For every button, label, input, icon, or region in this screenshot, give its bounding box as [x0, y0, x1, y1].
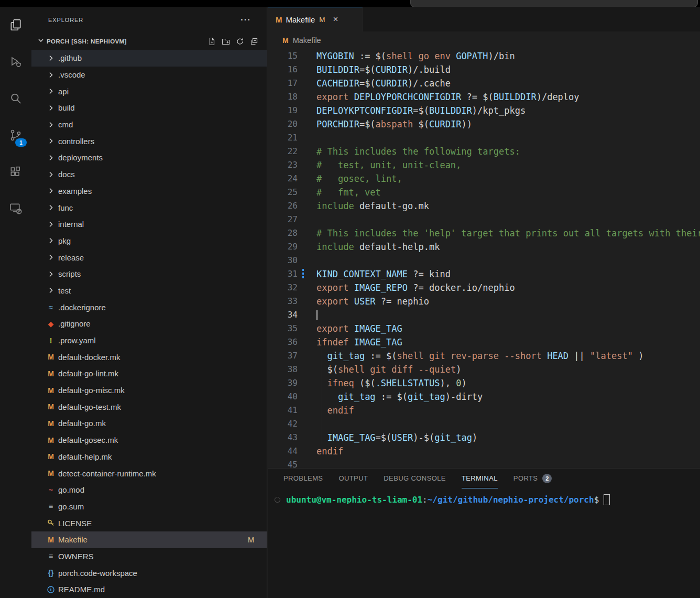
line-number[interactable]: 26: [268, 199, 316, 213]
code-line[interactable]: 39 ifneq ($(.SHELLSTATUS), 0): [268, 376, 700, 390]
code-line[interactable]: 15MYGOBIN := $(shell go env GOPATH)/bin: [268, 49, 700, 63]
line-number[interactable]: 16: [268, 63, 316, 77]
code-line[interactable]: 31KIND_CONTEXT_NAME ?= kind: [268, 267, 700, 281]
code-line[interactable]: 26include default-go.mk: [268, 199, 700, 213]
code-line[interactable]: 38 $(shell git diff --quiet): [268, 363, 700, 376]
tree-item[interactable]: Mdefault-docker.mk: [31, 349, 267, 365]
line-number[interactable]: 30: [268, 254, 316, 267]
tree-item[interactable]: ◆.gitignore: [31, 316, 267, 332]
tree-item[interactable]: README.md: [31, 581, 267, 598]
tree-item[interactable]: Mdefault-go-lint.mk: [31, 365, 267, 382]
tree-item[interactable]: release: [31, 249, 267, 266]
code-line[interactable]: 20PORCHDIR=$(abspath $(CURDIR)): [268, 117, 700, 131]
line-number[interactable]: 35: [268, 322, 316, 335]
line-number[interactable]: 37: [268, 349, 316, 363]
line-number[interactable]: 33: [268, 295, 316, 308]
tree-item[interactable]: .github: [31, 50, 267, 67]
line-number[interactable]: 20: [268, 117, 316, 131]
search-icon[interactable]: [0, 80, 31, 117]
tree-item[interactable]: MMakefileM: [31, 531, 267, 548]
tree-section-header[interactable]: PORCH [SSH: NEPHIOVM]: [31, 33, 267, 50]
tree-item[interactable]: cmd: [31, 116, 267, 133]
line-number[interactable]: 34: [268, 308, 316, 322]
refresh-icon[interactable]: [236, 37, 244, 46]
panel-tab-output[interactable]: OUTPUT: [338, 469, 368, 488]
code-line[interactable]: 19DEPLOYKPTCONFIGDIR=$(BUILDDIR)/kpt_pkg…: [268, 104, 700, 117]
code-line[interactable]: 42: [268, 417, 700, 431]
code-line[interactable]: 44endif: [268, 444, 700, 458]
code-line[interactable]: 29include default-help.mk: [268, 240, 700, 254]
line-number[interactable]: 18: [268, 90, 316, 104]
tree-item[interactable]: test: [31, 282, 267, 299]
tree-item[interactable]: api: [31, 83, 267, 100]
line-number[interactable]: 39: [268, 376, 316, 390]
tree-item[interactable]: deployments: [31, 149, 267, 166]
tree-item[interactable]: {}porch.code-workspace: [31, 564, 267, 581]
panel-tab-terminal[interactable]: TERMINAL: [462, 469, 498, 488]
tree-item[interactable]: func: [31, 199, 267, 216]
tree-item[interactable]: internal: [31, 216, 267, 233]
line-number[interactable]: 25: [268, 186, 316, 199]
new-folder-icon[interactable]: [222, 37, 230, 46]
line-number[interactable]: 42: [268, 417, 316, 431]
code-area[interactable]: 15MYGOBIN := $(shell go env GOPATH)/bin1…: [268, 49, 700, 468]
breadcrumb[interactable]: M Makefile: [268, 31, 700, 49]
code-line[interactable]: 17CACHEDIR=$(CURDIR)/.cache: [268, 77, 700, 90]
code-line[interactable]: 32export IMAGE_REPO ?= docker.io/nephio: [268, 281, 700, 295]
line-number[interactable]: 31: [268, 267, 316, 281]
code-line[interactable]: 28# This includes the 'help' target that…: [268, 226, 700, 240]
line-number[interactable]: 17: [268, 77, 316, 90]
code-line[interactable]: 22# This includes the following targets:: [268, 145, 700, 158]
extensions-icon[interactable]: [0, 154, 31, 190]
tree-item[interactable]: Mdefault-go-test.mk: [31, 398, 267, 415]
code-line[interactable]: 27: [268, 213, 700, 226]
code-line[interactable]: 37 git_tag := $(shell git rev-parse --sh…: [268, 349, 700, 363]
tree-item[interactable]: examples: [31, 183, 267, 200]
line-number[interactable]: 36: [268, 335, 316, 349]
line-number[interactable]: 27: [268, 213, 316, 226]
tree-item[interactable]: ≈.dockerignore: [31, 299, 267, 316]
code-line[interactable]: 41 endif: [268, 404, 700, 417]
panel-tab-ports[interactable]: PORTS2: [513, 469, 552, 488]
tree-item[interactable]: pkg: [31, 233, 267, 249]
code-line[interactable]: 40 git_tag := $(git_tag)-dirty: [268, 390, 700, 404]
line-number[interactable]: 24: [268, 172, 316, 186]
line-number[interactable]: 38: [268, 363, 316, 376]
line-number[interactable]: 43: [268, 431, 316, 444]
tree-item[interactable]: controllers: [31, 133, 267, 149]
tree-item[interactable]: ~go.mod: [31, 482, 267, 498]
code-line[interactable]: 35export IMAGE_TAG: [268, 322, 700, 335]
tree-item[interactable]: docs: [31, 166, 267, 183]
line-number[interactable]: 23: [268, 158, 316, 172]
line-number[interactable]: 19: [268, 104, 316, 117]
tree-item[interactable]: Mdefault-go.mk: [31, 415, 267, 432]
line-number[interactable]: 45: [268, 458, 316, 468]
code-line[interactable]: 23# test, unit, unit-clean,: [268, 158, 700, 172]
code-line[interactable]: 43 IMAGE_TAG=$(USER)-$(git_tag): [268, 431, 700, 444]
code-line[interactable]: 33export USER ?= nephio: [268, 295, 700, 308]
tree-item[interactable]: .vscode: [31, 67, 267, 83]
more-actions-icon[interactable]: ···: [240, 15, 251, 25]
code-line[interactable]: 36ifndef IMAGE_TAG: [268, 335, 700, 349]
tree-item[interactable]: scripts: [31, 266, 267, 282]
panel-tab-debug-console[interactable]: DEBUG CONSOLE: [384, 469, 446, 488]
tree-item[interactable]: ≡OWNERS: [31, 548, 267, 565]
line-number[interactable]: 29: [268, 240, 316, 254]
command-center[interactable]: [410, 0, 698, 7]
tree-item[interactable]: build: [31, 100, 267, 116]
tree-item[interactable]: Mdetect-container-runtime.mk: [31, 465, 267, 482]
code-line[interactable]: 30: [268, 254, 700, 267]
code-line[interactable]: 34: [268, 308, 700, 322]
tree-item[interactable]: LICENSE: [31, 515, 267, 531]
line-number[interactable]: 40: [268, 390, 316, 404]
panel-tab-problems[interactable]: PROBLEMS: [283, 469, 323, 488]
new-file-icon[interactable]: [207, 37, 216, 46]
collapse-all-icon[interactable]: [250, 37, 258, 46]
line-number[interactable]: 44: [268, 444, 316, 458]
tree-item[interactable]: !.prow.yaml: [31, 332, 267, 349]
line-number[interactable]: 32: [268, 281, 316, 295]
line-number[interactable]: 41: [268, 404, 316, 417]
line-number[interactable]: 22: [268, 145, 316, 158]
code-line[interactable]: 16BUILDDIR=$(CURDIR)/.build: [268, 63, 700, 77]
line-number[interactable]: 28: [268, 226, 316, 240]
